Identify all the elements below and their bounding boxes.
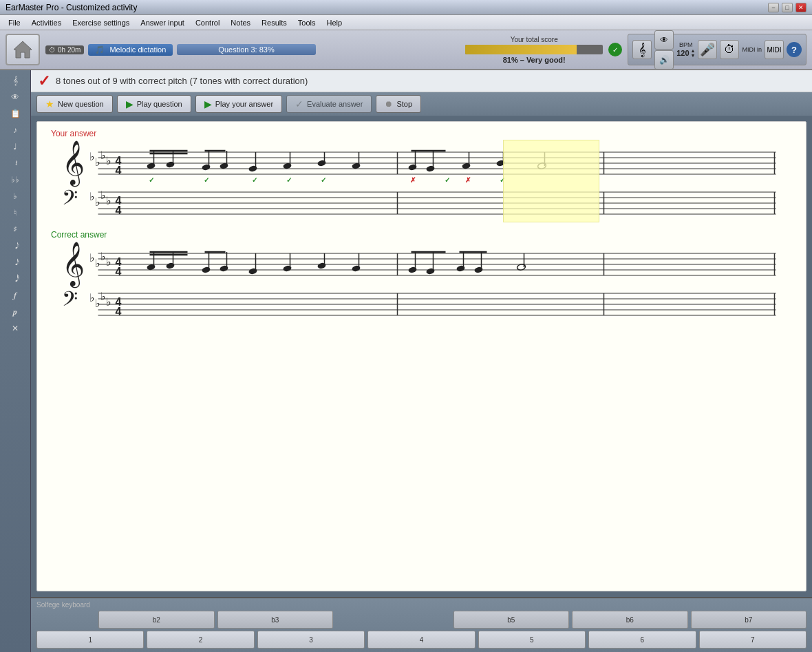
black-key-b2[interactable]: b2: [98, 611, 215, 629]
black-key-b6[interactable]: b6: [572, 611, 688, 629]
menu-file[interactable]: File: [3, 17, 26, 28]
white-key-3[interactable]: 3: [257, 631, 365, 649]
white-key-7[interactable]: 7: [699, 631, 806, 649]
svg-text:4: 4: [116, 306, 122, 317]
svg-text:♭: ♭: [95, 196, 100, 208]
menu-tools[interactable]: Tools: [292, 17, 321, 28]
menu-answer-input[interactable]: Answer input: [135, 17, 190, 28]
metronome-icon[interactable]: ⏱: [720, 40, 739, 59]
bpm-up[interactable]: ▲: [691, 48, 696, 53]
menubar: File Activities Exercise settings Answer…: [0, 15, 812, 30]
svg-text:♭: ♭: [89, 252, 95, 264]
sidebar-flat2[interactable]: ♭: [6, 189, 25, 204]
svg-point-36: [408, 164, 418, 171]
bpm-down[interactable]: ▼: [691, 53, 696, 58]
svg-marker-0: [14, 41, 32, 58]
infobar: ⏱ 0h 20m 🎵 Melodic dictation Question 3:…: [0, 30, 812, 70]
svg-text:♭: ♭: [89, 151, 95, 162]
info-row1: ⏱ 0h 20m 🎵 Melodic dictation Question 3:…: [45, 44, 460, 56]
mic-icon[interactable]: 🎤: [698, 40, 717, 59]
menu-notes[interactable]: Notes: [225, 17, 256, 28]
white-key-5[interactable]: 5: [478, 631, 586, 649]
svg-text:4: 4: [116, 204, 122, 216]
play-question-button[interactable]: ▶ Play question: [117, 95, 191, 113]
titlebar-controls: − □ ✕: [768, 3, 806, 12]
white-key-2[interactable]: 2: [147, 631, 254, 649]
midi-label: MIDI in: [742, 46, 762, 53]
svg-text:♭: ♭: [100, 149, 106, 161]
midi-icon[interactable]: MIDI: [765, 40, 784, 59]
svg-point-89: [166, 262, 175, 270]
home-icon: [12, 39, 33, 60]
sidebar-note3[interactable]: ♩: [6, 139, 25, 154]
black-key-b7[interactable]: b7: [691, 611, 807, 629]
maximize-button[interactable]: □: [782, 3, 793, 12]
bottom-keyboard: Solfege keyboard b2 b3 b5 b6 b7 1 2 3 4 …: [31, 597, 812, 652]
eye-icon[interactable]: 👁: [654, 30, 674, 50]
main-content: Your answer 𝄞 ♭ ♭ ♭: [31, 116, 812, 597]
stop-icon: ⏺: [385, 99, 393, 109]
svg-point-31: [317, 160, 327, 167]
sidebar-note2[interactable]: ♪: [6, 123, 25, 138]
button-bar: ★ New question ▶ Play question ▶ Play yo…: [31, 92, 812, 116]
play-answer-button[interactable]: ▶ Play your answer: [195, 95, 282, 113]
black-keys-row: b2 b3 b5 b6 b7: [36, 611, 806, 629]
sidebar-natural[interactable]: ♮: [6, 205, 25, 220]
score-bar-container: [465, 45, 603, 54]
menu-results[interactable]: Results: [256, 17, 292, 28]
sidebar-beam2[interactable]: 𝅘𝅥𝅯: [6, 255, 25, 270]
tuner-icon: 𝄞: [632, 40, 652, 59]
menu-exercise-settings[interactable]: Exercise settings: [67, 17, 135, 28]
audio-icon[interactable]: 🔊: [654, 50, 674, 70]
svg-text:4: 4: [116, 266, 122, 277]
sidebar-dynamic2[interactable]: 𝆏: [6, 304, 25, 319]
sidebar-view[interactable]: 👁: [6, 90, 25, 105]
bpm-value: 120: [676, 49, 689, 57]
white-keys-row: 1 2 3 4 5 6 7: [36, 631, 806, 649]
white-key-1[interactable]: 1: [36, 631, 144, 649]
bpm-spinner: ▲ ▼: [691, 48, 696, 58]
svg-text:♭: ♭: [106, 256, 111, 268]
minimize-button[interactable]: −: [768, 3, 779, 12]
sidebar-clipboard[interactable]: 📋: [6, 106, 25, 121]
window-title: EarMaster Pro - Customized activity: [6, 3, 137, 12]
sidebar-beam3[interactable]: 𝅘𝅥𝅰: [6, 271, 25, 286]
lesson-label: Melodic dictation: [109, 45, 166, 54]
svg-text:𝄢: 𝄢: [62, 187, 78, 214]
bass-staff-correct: 𝄢 ♭ ♭ ♭ ♭ 4 4: [51, 286, 792, 324]
svg-point-96: [248, 268, 258, 275]
svg-text:♭: ♭: [100, 189, 106, 201]
new-question-button[interactable]: ★ New question: [36, 95, 113, 113]
sidebar-rest[interactable]: 𝄽: [6, 156, 25, 171]
timer-badge: ⏱ 0h 20m: [45, 45, 84, 54]
answer-staff-container: 𝄞 ♭ ♭ ♭ ♭ 4 4: [51, 140, 792, 223]
score-text: 81% – Very good!: [503, 56, 566, 64]
black-key-b5[interactable]: b5: [453, 611, 570, 629]
home-button[interactable]: [6, 34, 40, 65]
evaluate-button[interactable]: ✓ Evaluate answer: [286, 95, 372, 113]
help-icon[interactable]: ?: [787, 42, 802, 57]
black-key-b3[interactable]: b3: [217, 611, 334, 629]
sidebar-flat1[interactable]: ♭♭: [6, 172, 25, 187]
svg-text:♭: ♭: [100, 291, 106, 302]
treble-staff-correct: 𝄞 ♭ ♭ ♭ ♭ 4 4: [51, 241, 792, 289]
sidebar-dynamic1[interactable]: 𝆑: [6, 288, 25, 303]
svg-text:𝄞: 𝄞: [62, 140, 85, 187]
menu-control[interactable]: Control: [190, 17, 225, 28]
close-button[interactable]: ✕: [795, 3, 806, 12]
svg-text:✓: ✓: [321, 176, 326, 184]
svg-text:♭: ♭: [100, 251, 106, 262]
svg-text:✗: ✗: [465, 176, 471, 184]
svg-text:𝄢: 𝄢: [62, 288, 78, 315]
svg-text:✓: ✓: [204, 176, 209, 184]
sidebar-beam1[interactable]: 𝅘𝅥𝅮: [6, 238, 25, 253]
stop-button[interactable]: ⏺ Stop: [376, 95, 421, 113]
menu-activities[interactable]: Activities: [26, 17, 67, 28]
sidebar-erase[interactable]: ✕: [6, 321, 25, 336]
sidebar-sharp[interactable]: ♯: [6, 222, 25, 237]
sidebar-note1[interactable]: 𝄞: [6, 73, 25, 88]
evaluate-label: Evaluate answer: [307, 100, 363, 108]
white-key-6[interactable]: 6: [588, 631, 696, 649]
white-key-4[interactable]: 4: [367, 631, 475, 649]
menu-help[interactable]: Help: [321, 17, 348, 28]
